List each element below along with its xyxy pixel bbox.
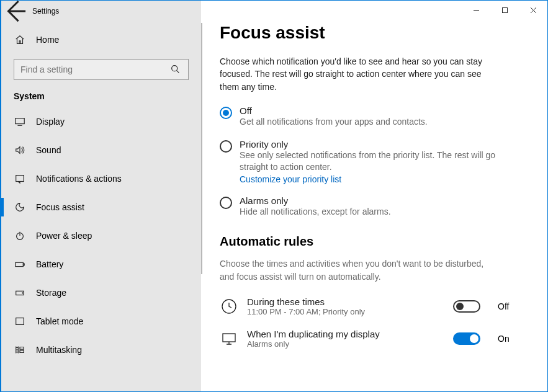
svg-point-0 (172, 66, 177, 71)
sidebar-home[interactable]: Home (1, 24, 201, 55)
clock-icon (220, 297, 238, 316)
window-title: Settings (30, 7, 59, 16)
customize-priority-link[interactable]: Customize your priority list (240, 174, 499, 184)
sidebar-item-label: Storage (36, 288, 66, 298)
focus-assist-icon (14, 201, 26, 213)
radio-icon (220, 140, 232, 153)
home-label: Home (36, 35, 59, 45)
automatic-rules: During these times 11:00 PM - 7:00 AM; P… (220, 296, 516, 349)
sidebar-item-label: Sound (36, 145, 61, 155)
content: Focus assist Choose which notification y… (201, 1, 547, 391)
sound-icon (14, 144, 26, 156)
option-label: Alarms only (240, 195, 391, 206)
power-icon (14, 229, 26, 242)
page-heading: Focus assist (220, 23, 516, 43)
sidebar-item-sound[interactable]: Sound (1, 136, 201, 164)
sidebar-item-focus-assist[interactable]: Focus assist (1, 193, 201, 221)
rule-during-times[interactable]: During these times 11:00 PM - 7:00 AM; P… (220, 296, 516, 316)
rule-title: When I'm duplicating my display (247, 329, 444, 339)
option-alarms-only[interactable]: Alarms only Hide all notifications, exce… (220, 195, 499, 218)
toggle-state-label: On (498, 334, 516, 344)
sidebar-item-notifications[interactable]: Notifications & actions (1, 164, 201, 193)
multitasking-icon (14, 344, 26, 356)
svg-rect-1 (16, 118, 24, 124)
option-sub: See only selected notifications from the… (240, 149, 499, 173)
sidebar-item-label: Notifications & actions (36, 174, 122, 184)
search-box[interactable] (14, 59, 189, 80)
option-sub: Get all notifications from your apps and… (240, 116, 428, 128)
sidebar-item-power-sleep[interactable]: Power & sleep (1, 221, 201, 250)
sidebar-item-display[interactable]: Display (1, 107, 201, 136)
option-label: Off (240, 105, 428, 116)
focus-mode-options: Off Get all notifications from your apps… (220, 105, 516, 218)
rule-duplicating-display[interactable]: When I'm duplicating my display Alarms o… (220, 329, 516, 349)
svg-rect-2 (16, 176, 24, 182)
sidebar-item-multitasking[interactable]: Multitasking (1, 336, 201, 364)
main: Focus assist Choose which notification y… (201, 1, 547, 391)
sidebar-item-label: Battery (36, 259, 63, 269)
sidebar-item-label: Power & sleep (36, 231, 92, 241)
sidebar-nav: Display Sound Notifications & actions Fo… (1, 107, 201, 364)
sidebar-item-label: Tablet mode (36, 316, 83, 326)
svg-rect-11 (223, 334, 235, 342)
rule-status: 11:00 PM - 7:00 AM; Priority only (247, 307, 444, 316)
svg-rect-4 (16, 262, 24, 266)
option-sub: Hide all notifications, except for alarm… (240, 206, 391, 218)
sidebar-item-label: Multitasking (36, 345, 82, 355)
back-arrow-icon (1, 0, 30, 25)
sidebar-item-battery[interactable]: Battery (1, 250, 201, 278)
tablet-icon (14, 315, 26, 327)
svg-rect-5 (23, 264, 24, 265)
toggle-state-label: Off (498, 301, 516, 311)
search-icon (169, 63, 182, 76)
sidebar-item-tablet-mode[interactable]: Tablet mode (1, 307, 201, 336)
page-description: Choose which notification you'd like to … (220, 55, 487, 93)
notifications-icon (14, 172, 26, 185)
radio-icon (220, 197, 232, 209)
back-button[interactable] (1, 1, 30, 22)
option-off[interactable]: Off Get all notifications from your apps… (220, 105, 499, 128)
sidebar-item-label: Focus assist (36, 202, 84, 212)
sidebar-item-label: Display (36, 117, 65, 127)
sidebar-item-storage[interactable]: Storage (1, 278, 201, 307)
display-icon (14, 115, 26, 128)
rule-status: Alarms only (247, 339, 444, 349)
svg-point-7 (22, 293, 23, 293)
scrollbar-indicator[interactable] (201, 23, 202, 274)
sidebar: Settings Home System Display (1, 1, 201, 391)
rules-heading: Automatic rules (220, 234, 516, 249)
option-label: Priority only (240, 139, 499, 149)
option-priority-only[interactable]: Priority only See only selected notifica… (220, 139, 499, 184)
rule-toggle[interactable] (453, 332, 480, 345)
battery-icon (14, 258, 26, 270)
home-icon (14, 33, 26, 46)
rule-toggle[interactable] (453, 300, 480, 313)
titlebar: Settings (1, 1, 201, 22)
monitor-icon (220, 329, 238, 348)
sidebar-category: System (1, 80, 201, 107)
radio-icon (220, 107, 232, 119)
rules-description: Choose the times and activities when you… (220, 257, 487, 283)
storage-icon (14, 287, 26, 299)
rule-title: During these times (247, 296, 444, 307)
search-input[interactable] (20, 65, 169, 74)
